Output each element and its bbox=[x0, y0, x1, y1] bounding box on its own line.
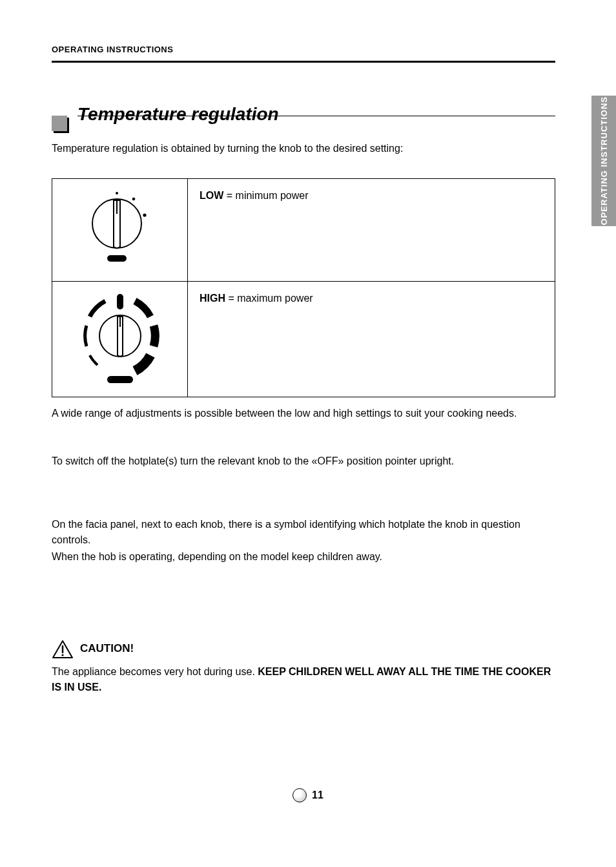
knob-low-desc: = bbox=[227, 190, 236, 201]
caution-head: CAUTION! bbox=[52, 640, 555, 659]
para-adjustments: A wide range of adjustments is possible … bbox=[52, 406, 555, 421]
knob-high-text: HIGH = maximum power bbox=[188, 282, 555, 397]
caution-title: CAUTION! bbox=[80, 642, 134, 655]
svg-rect-5 bbox=[107, 255, 127, 262]
warning-icon bbox=[52, 640, 74, 659]
knob-icon bbox=[78, 188, 162, 272]
para-children: When the hob is operating, depending on … bbox=[52, 549, 555, 565]
section-title: Temperature regulation bbox=[77, 104, 279, 125]
svg-point-10 bbox=[61, 654, 63, 656]
para-symbols: On the facia panel, next to each knob, t… bbox=[52, 517, 555, 548]
caution-block: CAUTION! The appliance becomes very hot … bbox=[52, 640, 555, 695]
side-tab: OPERATING INSTRUCTIONS bbox=[591, 96, 616, 226]
page-number-wrap: 11 bbox=[0, 788, 616, 802]
table-row: LOW = minimum power bbox=[52, 179, 555, 281]
knob-high-illustration bbox=[52, 282, 188, 397]
section-bullet bbox=[52, 116, 67, 131]
knob-low-desc-val: minimum power bbox=[236, 190, 309, 201]
knob-high-label: HIGH bbox=[200, 293, 225, 304]
caution-body-prefix: The appliance becomes very hot during us… bbox=[52, 666, 255, 677]
table-row: HIGH = maximum power bbox=[52, 281, 555, 397]
svg-point-2 bbox=[116, 192, 118, 194]
knob-high-desc: = bbox=[228, 293, 237, 304]
svg-rect-8 bbox=[107, 376, 133, 383]
header-text: OPERATING INSTRUCTIONS bbox=[52, 45, 173, 54]
knob-low-label: LOW bbox=[200, 190, 223, 201]
header-rule bbox=[52, 61, 555, 63]
knob-low-text: LOW = minimum power bbox=[188, 179, 555, 281]
knob-high-desc-val: maximum power bbox=[237, 293, 313, 304]
svg-point-4 bbox=[143, 213, 146, 216]
settings-table: LOW = minimum power bbox=[52, 178, 555, 397]
side-tab-label: OPERATING INSTRUCTIONS bbox=[599, 96, 609, 225]
page-number-bullet-icon bbox=[293, 788, 307, 802]
knob-icon bbox=[72, 291, 169, 388]
intro-text: Temperature regulation is obtained by tu… bbox=[52, 141, 555, 156]
knob-low-illustration bbox=[52, 179, 188, 281]
svg-point-3 bbox=[132, 198, 135, 201]
page-number: 11 bbox=[312, 789, 323, 801]
para-switchoff: To switch off the hotplate(s) turn the r… bbox=[52, 454, 555, 469]
intro-prefix: Temperature regulation is obtained by tu… bbox=[52, 143, 403, 154]
para-symbols-text: On the facia panel, next to each knob, t… bbox=[52, 519, 520, 545]
caution-body: The appliance becomes very hot during us… bbox=[52, 664, 555, 695]
